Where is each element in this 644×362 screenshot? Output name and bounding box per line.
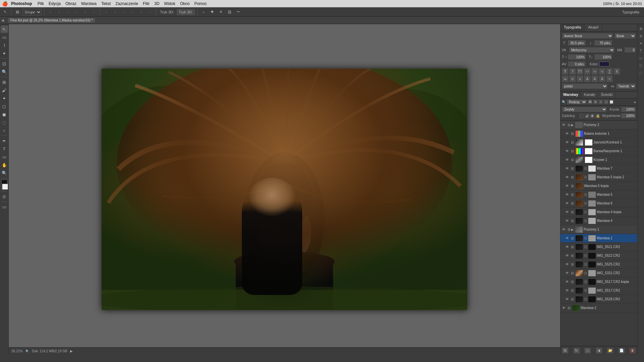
layer-eye-icon[interactable]: 👁 bbox=[565, 253, 570, 258]
layer-eye-icon[interactable]: 👁 bbox=[565, 166, 570, 171]
layer-eye-icon[interactable]: 👁 bbox=[561, 227, 567, 232]
layer-row[interactable]: 👁 ⛓ ⛓ IMG_5521.CR2 bbox=[560, 243, 637, 251]
menu-obraz[interactable]: Obraz bbox=[65, 1, 76, 6]
layer-eye-icon[interactable]: 👁 bbox=[561, 305, 567, 311]
format-small-caps[interactable]: TT bbox=[584, 68, 591, 75]
layer-eye-icon[interactable]: 👁 bbox=[565, 218, 570, 224]
font-weight-select[interactable]: Book bbox=[614, 33, 636, 39]
lock-position-btn[interactable]: ✚ bbox=[590, 114, 595, 118]
tool-arrow[interactable]: ↖ bbox=[1, 25, 8, 33]
tool-brush[interactable]: 🖌 bbox=[1, 86, 8, 94]
layer-eye-icon[interactable]: 👁 bbox=[565, 192, 570, 197]
add-style-btn[interactable]: fx bbox=[573, 348, 580, 354]
tool-pen[interactable]: ✒ bbox=[1, 137, 8, 144]
right-edge-icon5[interactable]: ▭ bbox=[638, 55, 644, 61]
layer-row[interactable]: 👁 ⛓ ⛓ Warstwa 4 kopia bbox=[560, 208, 637, 217]
layer-filter-btn1[interactable]: 🖼 bbox=[588, 100, 592, 104]
move-tool-btn[interactable]: ↖ bbox=[1, 8, 9, 16]
layer-row[interactable]: 👁 ⛓ Barwa/Nasycenie 1 bbox=[560, 147, 637, 156]
format-aa[interactable]: aa bbox=[562, 75, 569, 82]
layer-row[interactable]: 👁 ⛓ ⛓ Warstwa 1 bbox=[560, 234, 637, 243]
font-size-input[interactable] bbox=[568, 40, 586, 46]
leading-input[interactable] bbox=[594, 40, 612, 46]
layer-filter-btn5[interactable]: ⬜ bbox=[609, 100, 614, 104]
layer-kind-select[interactable]: Rodzaj bbox=[567, 99, 587, 105]
layer-eye-icon[interactable]: 👁 bbox=[565, 209, 570, 215]
layer-eye-icon[interactable]: 👁 bbox=[565, 279, 570, 285]
menu-3d[interactable]: 3D bbox=[154, 1, 159, 6]
app-name[interactable]: Photoshop bbox=[11, 1, 32, 6]
layer-row[interactable]: 👁 ⛓ ⛓ IMG_5522.CR2 bbox=[560, 251, 637, 260]
right-edge-icon4[interactable]: T bbox=[638, 48, 644, 54]
tool-shape[interactable]: ▭ bbox=[1, 153, 8, 161]
right-edge-icon2[interactable]: ⊟ bbox=[638, 33, 644, 39]
menu-warstwa[interactable]: Warstwa bbox=[81, 1, 97, 6]
layer-eye-icon[interactable]: 👁 bbox=[565, 270, 570, 276]
opacity-input[interactable] bbox=[621, 107, 636, 112]
tool-wave[interactable]: 〜 bbox=[235, 8, 242, 16]
background-color[interactable] bbox=[2, 184, 8, 190]
layer-eye-icon[interactable]: 👁 bbox=[565, 244, 570, 250]
format-a1[interactable]: A bbox=[584, 75, 591, 82]
canvas-area[interactable]: 26,21% 🔍 Dok: 114,2 MB/2,19 GB ▶ bbox=[9, 24, 560, 355]
layer-row[interactable]: 👁 ⛓ ⛓ Warstwa 5 bbox=[560, 190, 637, 199]
dist5-btn[interactable]: ⬝ bbox=[138, 8, 145, 16]
layer-row[interactable]: 👁 ⛓ ⛓ IMG_5517.CR2 bbox=[560, 286, 637, 295]
kerning-input[interactable] bbox=[624, 47, 636, 53]
layer-eye-icon[interactable]: 👁 bbox=[565, 157, 570, 163]
filter-toggle[interactable]: ● bbox=[634, 100, 636, 104]
layer-row[interactable]: 👁 ⛓ ⛓ IMG_5525.CR2 bbox=[560, 260, 637, 269]
layer-eye-icon[interactable]: 👁 bbox=[565, 288, 570, 293]
group-btn[interactable]: ▤ bbox=[14, 8, 21, 16]
tool-link[interactable]: ⛓ bbox=[226, 8, 233, 16]
format-caps[interactable]: TT bbox=[577, 68, 583, 75]
tab-sciezki[interactable]: Ścieżki bbox=[598, 92, 615, 98]
layer-row[interactable]: 👁 ⛓ Warstwa 5 kopia bbox=[560, 182, 637, 190]
right-edge-icon3[interactable]: ✦ bbox=[638, 40, 644, 46]
menu-plik[interactable]: Plik bbox=[38, 1, 44, 6]
right-edge-icon7[interactable]: ◌ bbox=[638, 70, 644, 76]
color-swatch[interactable] bbox=[599, 62, 609, 66]
lock-paint-btn[interactable]: 🖌 bbox=[585, 114, 589, 118]
tool-text[interactable]: T bbox=[1, 145, 8, 153]
right-edge-icon1[interactable]: ⊞ bbox=[638, 25, 644, 32]
tool-plus[interactable]: ✚ bbox=[209, 8, 216, 16]
layer-eye-icon[interactable]: 👁 bbox=[565, 262, 570, 267]
format-bold[interactable]: T bbox=[562, 68, 569, 75]
tab-warstwy[interactable]: Warstwy bbox=[560, 92, 581, 98]
apple-menu[interactable]: 🍎 bbox=[2, 1, 8, 6]
mode-btn[interactable]: Tryb 3D: bbox=[177, 9, 195, 15]
layer-row[interactable]: 👁 ⛓ Jasność/Kontrast 1 bbox=[560, 138, 637, 147]
font-family-select[interactable]: Avenir Book bbox=[562, 33, 613, 39]
tool-screen-mode[interactable]: ▭ bbox=[1, 203, 8, 210]
menu-filtr[interactable]: Filtr bbox=[143, 1, 150, 6]
layer-eye-icon[interactable]: 👁 bbox=[565, 148, 570, 154]
tool-crop[interactable]: ⊡ bbox=[1, 60, 8, 67]
tool-quickmask[interactable]: ⊙ bbox=[1, 193, 8, 200]
tab-akapit[interactable]: Akapit bbox=[585, 24, 602, 31]
aa-select[interactable]: Twerde bbox=[616, 83, 636, 89]
tab-typografia[interactable]: Typografia bbox=[560, 24, 585, 31]
new-group-btn[interactable]: 📁 bbox=[607, 348, 613, 354]
spacing-input[interactable] bbox=[568, 61, 586, 67]
layer-row[interactable]: 👁 ⛓ ⛓ Warstwa 4 bbox=[560, 217, 637, 225]
language-select[interactable]: polski bbox=[562, 83, 608, 89]
layer-eye-icon[interactable]: 👁 bbox=[561, 122, 567, 128]
layer-row[interactable]: 👁 ⛓ ⛓ IMG_5331.CR2 bbox=[560, 269, 637, 278]
new-fill-btn[interactable]: ◑ bbox=[596, 348, 602, 354]
format-underline[interactable]: T bbox=[606, 68, 613, 75]
layer-filter-btn3[interactable]: T bbox=[598, 100, 603, 104]
tool-lasso[interactable]: ⌇ bbox=[1, 42, 8, 49]
tool-eraser[interactable]: ◻ bbox=[1, 103, 8, 110]
format-st[interactable]: st bbox=[577, 75, 583, 82]
align-bottom-btn[interactable]: ⬝ bbox=[90, 8, 98, 16]
format-super[interactable]: Ts bbox=[591, 68, 598, 75]
dist3-btn[interactable]: ⬝ bbox=[120, 8, 127, 16]
layer-row[interactable]: 👁 ⛓ ▶ Poziomy 1 bbox=[560, 225, 637, 234]
layer-eye-icon[interactable]: 👁 bbox=[565, 201, 570, 206]
zoom-icon[interactable]: 🔍 bbox=[25, 350, 29, 353]
layer-row[interactable]: 👁 ⛓ ⛓ Warstwa 6 bbox=[560, 199, 637, 208]
align-right-btn[interactable]: ⬝ bbox=[64, 8, 71, 16]
layer-eye-icon[interactable]: 👁 bbox=[565, 140, 570, 145]
new-layer-btn[interactable]: 📄 bbox=[618, 348, 625, 354]
